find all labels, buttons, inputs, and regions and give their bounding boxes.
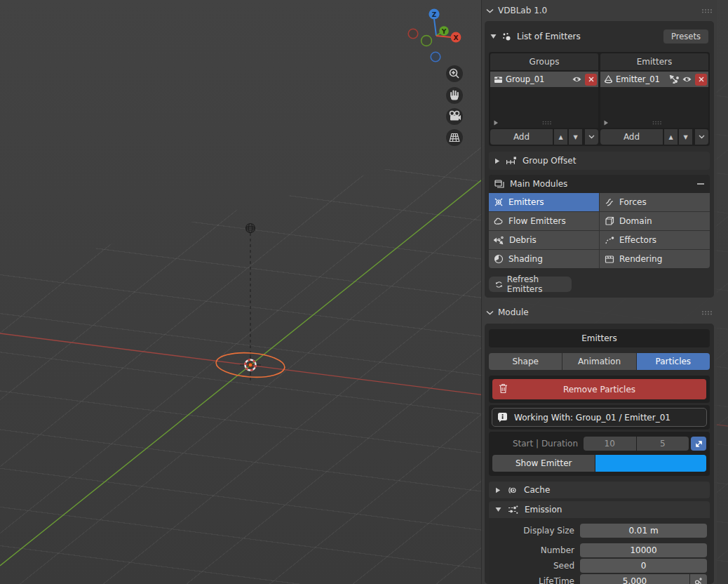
grid-toggle-button[interactable] bbox=[446, 129, 463, 146]
module-panel-body: Emitters Shape Animation Particles bbox=[485, 324, 714, 584]
number-field[interactable]: 10000 bbox=[580, 543, 707, 557]
emission-panel-header[interactable]: Emission bbox=[489, 501, 710, 518]
collapse-minus-icon[interactable] bbox=[697, 183, 704, 185]
animate-property-button[interactable] bbox=[690, 574, 707, 584]
seed-field[interactable]: 0 bbox=[580, 559, 707, 573]
groups-controls: Add ▲ ▼ bbox=[490, 129, 598, 145]
remove-particles-container: Remove Particles bbox=[489, 376, 710, 403]
start-show-container: Start | Duration 10 5 bbox=[489, 432, 710, 476]
group-name: Group_01 bbox=[506, 74, 569, 84]
vdblab-panel-body: List of Emitters Presets Groups bbox=[485, 21, 714, 298]
delete-group-button[interactable] bbox=[585, 74, 597, 86]
list-of-emitters-header[interactable]: List of Emitters Presets bbox=[489, 28, 710, 45]
seed-label: Seed bbox=[489, 561, 574, 571]
camera-view-button[interactable] bbox=[446, 108, 463, 125]
lifetime-field[interactable]: 5.000 bbox=[580, 574, 689, 584]
main-modules-header[interactable]: Main Modules bbox=[489, 175, 710, 193]
move-emitter-down-button[interactable]: ▼ bbox=[679, 129, 692, 145]
module-button-shading[interactable]: Shading bbox=[489, 250, 599, 268]
presets-button[interactable]: Presets bbox=[663, 29, 708, 44]
delete-emitter-button[interactable] bbox=[695, 74, 707, 86]
eye-icon[interactable] bbox=[682, 76, 692, 83]
pan-tool-button[interactable] bbox=[446, 87, 463, 104]
n-panel-sidebar: VDBLab 1.0 List of Emitters Presets bbox=[481, 0, 717, 584]
copy-timing-button[interactable] bbox=[691, 437, 706, 451]
lifetime-label: LifeTime bbox=[489, 576, 574, 584]
window-icon bbox=[494, 180, 504, 188]
emitter-name: Emitter_01 bbox=[616, 74, 666, 84]
main-modules-panel: Main Modules bbox=[489, 175, 710, 268]
panel-title: VDBLab 1.0 bbox=[498, 6, 547, 15]
duration-field[interactable]: 5 bbox=[637, 437, 689, 451]
cache-panel-header[interactable]: Cache bbox=[489, 482, 710, 498]
show-emitter-toggle[interactable]: Show Emitter bbox=[492, 455, 595, 472]
list-item[interactable]: Emitter_01 bbox=[600, 72, 708, 87]
triangle-right-icon bbox=[494, 158, 500, 164]
panel-grip-icon[interactable] bbox=[701, 310, 713, 315]
eye-icon[interactable] bbox=[572, 76, 582, 83]
emitter-lists: Groups Group_01 bbox=[489, 52, 710, 146]
module-button-label: Rendering bbox=[619, 254, 662, 264]
cache-icon bbox=[507, 486, 518, 495]
move-group-down-button[interactable]: ▼ bbox=[569, 129, 582, 145]
module-button-flow-emitters[interactable]: Flow Emitters bbox=[489, 212, 599, 230]
list-resize-grip-icon[interactable] bbox=[652, 121, 662, 125]
module-button-emitters[interactable]: Emitters bbox=[489, 193, 599, 211]
list-item[interactable]: Group_01 bbox=[490, 72, 598, 87]
refresh-emitters-button[interactable]: Refresh Emitters bbox=[489, 277, 572, 292]
groups-column-header: Groups bbox=[490, 53, 598, 70]
tab-particles[interactable]: Particles bbox=[637, 353, 710, 370]
remove-particles-button[interactable]: Remove Particles bbox=[492, 379, 706, 399]
list-resize-grip-icon[interactable] bbox=[542, 121, 552, 125]
gizmo-z-negative[interactable] bbox=[431, 52, 440, 62]
info-icon bbox=[497, 412, 508, 423]
refresh-icon bbox=[495, 280, 503, 289]
module-button-forces[interactable]: Forces bbox=[600, 193, 710, 211]
zoom-tool-button[interactable] bbox=[446, 65, 463, 82]
add-group-button[interactable]: Add bbox=[490, 129, 553, 145]
chevron-down-icon bbox=[486, 310, 494, 315]
vdblab-panel-header[interactable]: VDBLab 1.0 bbox=[485, 0, 714, 21]
trash-icon bbox=[499, 383, 508, 394]
offset-slider-icon bbox=[506, 157, 517, 165]
emitters-list[interactable]: Emitter_01 bbox=[600, 72, 708, 128]
navigation-gizmo[interactable]: Z Y X bbox=[408, 8, 461, 61]
module-button-domain[interactable]: Domain bbox=[600, 212, 710, 230]
panel-grip-icon[interactable] bbox=[701, 8, 713, 13]
filter-expand-icon[interactable] bbox=[603, 120, 609, 126]
module-panel-header[interactable]: Module bbox=[485, 304, 714, 321]
gizmo-x-negative[interactable] bbox=[408, 29, 418, 39]
group-extras-dropdown[interactable] bbox=[585, 129, 598, 145]
module-button-rendering[interactable]: Rendering bbox=[600, 250, 710, 268]
3d-cursor[interactable] bbox=[240, 354, 261, 376]
module-button-debris[interactable]: Debris bbox=[489, 231, 599, 249]
move-group-up-button[interactable]: ▲ bbox=[554, 129, 567, 145]
sidebar-gutter bbox=[717, 0, 728, 584]
tab-shape[interactable]: Shape bbox=[489, 353, 562, 370]
group-offset-title: Group Offset bbox=[523, 156, 576, 166]
display-size-field[interactable]: 0.01 m bbox=[580, 524, 707, 538]
empty-sphere-object[interactable] bbox=[246, 224, 255, 233]
close-icon bbox=[699, 77, 704, 82]
working-with-container: Working With: Group_01 / Emitter_01 bbox=[489, 405, 710, 430]
module-button-effectors[interactable]: Effectors bbox=[600, 231, 710, 249]
group-offset-panel-header[interactable]: Group Offset bbox=[489, 152, 710, 170]
groups-list[interactable]: Group_01 bbox=[490, 72, 598, 128]
main-modules-grid: Emitters Forces bbox=[489, 193, 710, 268]
groups-column: Groups Group_01 bbox=[490, 53, 598, 145]
gizmo-y-negative[interactable] bbox=[422, 36, 432, 46]
filter-expand-icon[interactable] bbox=[493, 120, 499, 126]
add-emitter-button[interactable]: Add bbox=[600, 129, 663, 145]
module-button-label: Domain bbox=[619, 216, 652, 226]
tab-animation[interactable]: Animation bbox=[562, 353, 635, 370]
chevron-down-icon bbox=[486, 8, 494, 13]
start-field[interactable]: 10 bbox=[584, 437, 636, 451]
show-emitter-color-field[interactable] bbox=[595, 455, 706, 472]
emitter-extras-dropdown[interactable] bbox=[695, 129, 708, 145]
particles-icon bbox=[501, 32, 512, 41]
list-of-emitters-title: List of Emitters bbox=[517, 32, 581, 41]
move-emitter-up-button[interactable]: ▲ bbox=[664, 129, 678, 145]
show-emitter-row: Show Emitter bbox=[492, 455, 706, 472]
emitters-column-header: Emitters bbox=[600, 53, 708, 70]
lifetime-row: LifeTime 5.000 bbox=[489, 574, 707, 584]
